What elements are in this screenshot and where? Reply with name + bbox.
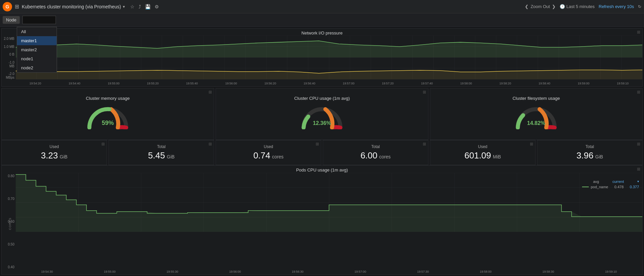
pods-panel-corner-icon[interactable]: ⊞ (637, 167, 640, 171)
pods-y-labels: 0.80 0.70 0.60 0.50 0.40 (2, 173, 16, 269)
svg-marker-34 (16, 41, 642, 57)
network-x-labels: 19:54:20 19:54:40 19:55:00 19:55:20 19:5… (16, 81, 642, 86)
stat-cpu-used-value: 0.74 cores (253, 150, 284, 161)
stats-row: ⊞ Used 3.23 GiB ⊞ Total 5.45 GiB ⊞ Used … (1, 140, 643, 165)
legend-pod-current: 0.377 (626, 185, 639, 189)
memory-gauge-title: Cluster memory usage (86, 94, 130, 101)
stat-fs-total-value: 3.96 GiB (576, 150, 603, 161)
network-chart-area: 2.0 MB 1.0 MB 0 B -1.0 MB -2.0 MBps (2, 36, 642, 86)
dropdown-item-master2[interactable]: master2 (17, 45, 57, 54)
cpu-gauge: 12.36% (299, 101, 345, 134)
pods-panel-title: Pods CPU usage (1m avg) (2, 165, 642, 172)
stat-mem-total-label: Total (157, 144, 165, 149)
refresh-label[interactable]: Refresh every 10s (599, 4, 634, 9)
stat-fs-total: ⊞ Total 3.96 GiB (537, 140, 643, 165)
cpu-gauge-panel: Cluster CPU usage (1m avg) ⊞ 12.36% (216, 88, 428, 140)
stat-mem-total: ⊞ Total 5.45 GiB (108, 140, 214, 165)
zoom-out-label[interactable]: Zoom Out (531, 4, 550, 9)
stat-cpu-total: ⊞ Total 6.00 cores (323, 140, 428, 165)
stat-mem-used-icon[interactable]: ⊞ (101, 142, 105, 146)
fs-gauge-panel: Cluster filesystem usage ⊞ 14.82% (430, 88, 643, 140)
share-icon[interactable]: ⤴ (139, 4, 141, 9)
stat-cpu-used-icon[interactable]: ⊞ (316, 142, 319, 146)
legend-current-header: current (613, 180, 624, 184)
legend-header: avg current ▾ (582, 180, 639, 184)
node-filter-label[interactable]: Node (3, 16, 20, 24)
memory-gauge-svg: 59% (84, 101, 131, 129)
fs-gauge-corner-icon[interactable]: ⊞ (637, 90, 640, 94)
stat-cpu-total-icon[interactable]: ⊞ (423, 142, 426, 146)
fs-gauge-svg: 14.82% (513, 101, 560, 129)
dropdown-item-node2[interactable]: node2 (17, 63, 57, 72)
cpu-gauge-title: Cluster CPU usage (1m avg) (294, 94, 350, 101)
cpu-gauge-svg: 12.36% (299, 101, 345, 129)
topbar-actions: ☆ ⤴ 💾 ⚙ (130, 4, 159, 9)
stat-cpu-used-label: Used (264, 144, 273, 149)
dashboard-icon: ⊞ (15, 3, 19, 10)
node-dropdown: All master1 master2 node1 node2 (17, 27, 57, 73)
legend-line-pod (582, 187, 589, 187)
zoom-left-icon[interactable]: ❮ (525, 4, 529, 9)
stat-cpu-total-value: 6.00 cores (360, 150, 391, 161)
topbar-right: ❮ Zoom Out ❯ 🕐 Last 5 minutes Refresh ev… (525, 4, 641, 9)
memory-gauge-corner-icon[interactable]: ⊞ (209, 90, 212, 94)
refresh-icon[interactable]: ↻ (638, 4, 641, 9)
dashboard-title: Kubernetes cluster monitoring (via Prome… (22, 4, 125, 9)
stat-fs-used: ⊞ Used 601.09 MiB (430, 140, 536, 165)
dropdown-item-node1[interactable]: node1 (17, 54, 57, 63)
legend-item-pod: pod_name 0.478 0.377 (582, 185, 639, 189)
filterbar: Node All master1 master2 node1 node2 (0, 13, 644, 27)
fs-gauge-title: Cluster filesystem usage (512, 94, 560, 101)
node-filter-input[interactable] (22, 16, 56, 24)
stat-mem-used-value: 3.23 GiB (41, 150, 67, 161)
stat-cpu-used: ⊞ Used 0.74 cores (216, 140, 321, 165)
topbar: G ⊞ Kubernetes cluster monitoring (via P… (0, 0, 644, 13)
pods-panel: Pods CPU usage (1m avg) ⊞ CORES 0.80 0.7… (1, 165, 643, 275)
grafana-logo[interactable]: G (3, 2, 12, 11)
pods-legend: avg current ▾ pod_name 0.478 0.377 (582, 180, 639, 189)
legend-pod-avg: 0.478 (610, 185, 624, 189)
dropdown-item-all[interactable]: All (17, 27, 57, 36)
network-panel-title: Network I/O pressure (2, 28, 642, 36)
network-panel: Network I/O pressure ⊞ 2.0 MB 1.0 MB 0 B… (1, 28, 643, 87)
stat-fs-used-value: 601.09 MiB (465, 150, 501, 161)
network-y-labels: 2.0 MB 1.0 MB 0 B -1.0 MB -2.0 MBps (2, 36, 16, 79)
svg-text:12.36%: 12.36% (313, 120, 331, 126)
save-icon[interactable]: 💾 (145, 4, 151, 9)
zoom-right-icon[interactable]: ❯ (552, 4, 556, 9)
dropdown-item-master1[interactable]: master1 (17, 36, 57, 45)
stat-mem-total-icon[interactable]: ⊞ (209, 142, 212, 146)
zoom-nav: ❮ Zoom Out ❯ (525, 4, 556, 9)
stat-fs-total-label: Total (585, 144, 594, 149)
stat-fs-used-label: Used (478, 144, 487, 149)
fs-gauge: 14.82% (513, 101, 560, 134)
stat-mem-total-value: 5.45 GiB (148, 150, 174, 161)
stat-cpu-total-label: Total (371, 144, 380, 149)
memory-gauge-panel: Cluster memory usage ⊞ 59% (1, 88, 214, 140)
network-panel-corner-icon[interactable]: ⊞ (637, 30, 640, 34)
settings-icon[interactable]: ⚙ (155, 4, 159, 9)
network-chart-svg (16, 36, 642, 79)
pods-chart-svg (16, 173, 642, 232)
memory-gauge: 59% (84, 101, 131, 134)
star-icon[interactable]: ☆ (130, 4, 135, 9)
legend-pod-name: pod_name (591, 185, 608, 189)
time-icon: 🕐 (560, 4, 565, 9)
cpu-gauge-corner-icon[interactable]: ⊞ (423, 90, 426, 94)
pods-x-labels: 19:54:30 19:55:00 19:55:30 19:56:00 19:5… (16, 269, 642, 274)
svg-text:14.82%: 14.82% (527, 120, 545, 126)
svg-text:59%: 59% (102, 120, 114, 126)
pods-chart-container: CORES 0.80 0.70 0.60 0.50 0.40 (2, 173, 642, 274)
main-content: Network I/O pressure ⊞ 2.0 MB 1.0 MB 0 B… (0, 27, 644, 276)
stat-mem-used: ⊞ Used 3.23 GiB (1, 140, 107, 165)
stat-mem-used-label: Used (50, 144, 59, 149)
gauges-row: Cluster memory usage ⊞ 59% Clus (1, 88, 643, 140)
legend-avg-header: avg (593, 180, 599, 184)
time-range-label: Last 5 minutes (566, 4, 595, 9)
stat-fs-used-icon[interactable]: ⊞ (530, 142, 533, 146)
time-range[interactable]: 🕐 Last 5 minutes (560, 4, 595, 9)
stat-fs-total-icon[interactable]: ⊞ (637, 142, 640, 146)
